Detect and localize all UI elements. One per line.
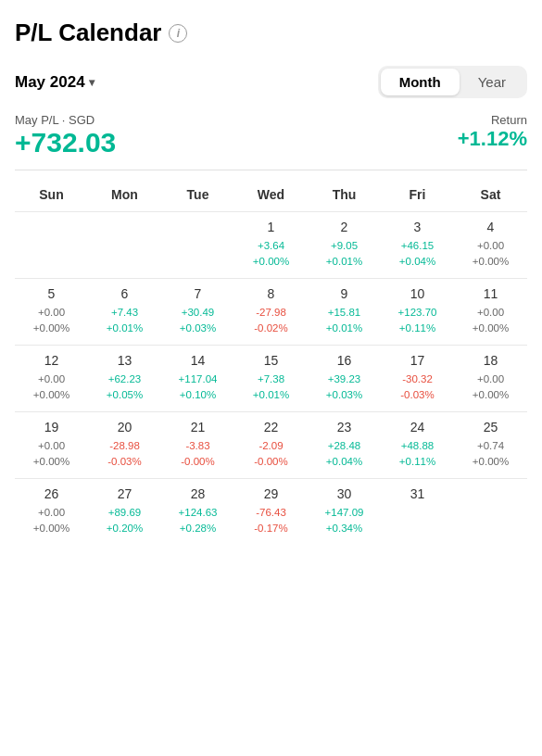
pl-value: +46.15+0.04%	[399, 238, 435, 271]
day-number: 5	[48, 286, 56, 301]
pl-value: +89.69+0.20%	[107, 505, 143, 537]
calendar-cell[interactable]: 29-76.43-0.17%	[234, 478, 308, 545]
summary-right: Return +1.12%	[458, 113, 527, 151]
day-number: 2	[341, 220, 348, 234]
view-toggle: Month Year	[378, 66, 527, 98]
pl-value: +7.43+0.01%	[107, 305, 143, 337]
calendar: SunMonTueWedThuFriSat 1+3.64+0.00%2+9.05…	[15, 182, 527, 545]
day-number: 13	[118, 353, 132, 368]
controls-bar: May 2024 ▾ Month Year	[15, 66, 527, 98]
calendar-cell[interactable]: 22-2.09-0.00%	[234, 411, 308, 478]
month-view-button[interactable]: Month	[381, 69, 460, 95]
dropdown-arrow-icon: ▾	[89, 76, 95, 89]
calendar-cell[interactable]: 25+0.74+0.00%	[454, 411, 527, 478]
period-label: May P/L · SGD	[15, 113, 116, 127]
month-selector[interactable]: May 2024 ▾	[15, 73, 95, 92]
calendar-cell[interactable]: 19+0.00+0.00%	[15, 411, 88, 478]
calendar-cell[interactable]: 13+62.23+0.05%	[88, 345, 161, 411]
calendar-cell[interactable]: 26+0.00+0.00%	[15, 478, 88, 545]
info-icon[interactable]: i	[169, 24, 187, 43]
pl-value: +7.38+0.01%	[253, 372, 289, 404]
pl-value: +39.23+0.03%	[326, 372, 362, 404]
pl-value: +0.00+0.00%	[473, 238, 509, 271]
calendar-cell[interactable]: 20-28.98-0.03%	[88, 411, 161, 478]
calendar-cell[interactable]: 24+48.88+0.11%	[381, 411, 454, 478]
day-number: 23	[337, 420, 352, 435]
calendar-header: SunMonTueWedThuFriSat	[15, 182, 527, 208]
day-number: 1	[268, 220, 275, 234]
calendar-cell[interactable]: 31	[381, 478, 454, 545]
calendar-cell[interactable]: 9+15.81+0.01%	[308, 278, 381, 345]
page-header: P/L Calendar i	[15, 19, 527, 47]
day-number: 26	[44, 486, 59, 501]
calendar-cell[interactable]: 27+89.69+0.20%	[88, 478, 161, 545]
calendar-cell[interactable]: 23+28.48+0.04%	[308, 411, 381, 478]
day-number: 12	[44, 353, 59, 368]
calendar-cell[interactable]: 5+0.00+0.00%	[15, 278, 88, 345]
day-number: 4	[487, 220, 495, 234]
calendar-cell[interactable]: 8-27.98-0.02%	[234, 278, 308, 345]
day-number: 10	[410, 286, 425, 301]
pl-value: +0.00+0.00%	[473, 305, 509, 337]
day-number: 21	[191, 420, 206, 435]
calendar-header-cell: Sun	[15, 182, 88, 208]
calendar-header-cell: Tue	[161, 182, 234, 208]
pl-value: +28.48+0.04%	[326, 438, 362, 471]
calendar-cell[interactable]: 14+117.04+0.10%	[161, 345, 234, 411]
pl-value: +117.04+0.10%	[179, 372, 218, 404]
calendar-cell[interactable]: 1+3.64+0.00%	[234, 211, 308, 278]
day-number: 30	[337, 486, 352, 501]
calendar-header-cell: Fri	[381, 182, 454, 208]
calendar-header-cell: Mon	[88, 182, 161, 208]
pl-value: +9.05+0.01%	[326, 238, 362, 271]
day-number: 18	[484, 353, 498, 368]
calendar-cell[interactable]: 28+124.63+0.28%	[161, 478, 234, 545]
day-number: 14	[191, 353, 206, 368]
day-number: 31	[410, 486, 425, 501]
day-number: 19	[44, 420, 59, 435]
pl-value: +0.00+0.00%	[33, 505, 69, 537]
day-number: 9	[341, 286, 348, 301]
pl-value: -76.43-0.17%	[254, 505, 287, 537]
pl-value: +0.00+0.00%	[33, 305, 69, 337]
day-number: 22	[264, 420, 279, 435]
calendar-cell[interactable]: 10+123.70+0.11%	[381, 278, 454, 345]
pl-value: +48.88+0.11%	[399, 438, 435, 471]
period-value: +732.03	[15, 127, 116, 158]
return-value: +1.12%	[458, 127, 527, 151]
day-number: 17	[410, 353, 425, 368]
calendar-cell[interactable]: 30+147.09+0.34%	[308, 478, 381, 545]
day-number: 27	[118, 486, 132, 501]
calendar-cell[interactable]: 21-3.83-0.00%	[161, 411, 234, 478]
pl-value: +30.49+0.03%	[180, 305, 216, 337]
page-title: P/L Calendar	[15, 19, 161, 47]
calendar-cell[interactable]: 4+0.00+0.00%	[454, 211, 527, 278]
pl-value: -30.32-0.03%	[400, 372, 434, 404]
calendar-cell[interactable]: 18+0.00+0.00%	[454, 345, 527, 411]
calendar-cell[interactable]: 3+46.15+0.04%	[381, 211, 454, 278]
pl-value: +147.09+0.34%	[325, 505, 364, 537]
pl-value: -28.98-0.03%	[107, 438, 141, 471]
calendar-header-cell: Thu	[308, 182, 381, 208]
calendar-cell[interactable]: 2+9.05+0.01%	[308, 211, 381, 278]
day-number: 25	[484, 420, 498, 435]
calendar-cell[interactable]: 17-30.32-0.03%	[381, 345, 454, 411]
calendar-cell[interactable]: 15+7.38+0.01%	[234, 345, 308, 411]
pl-value: +3.64+0.00%	[253, 238, 289, 271]
pl-value: -3.83-0.00%	[181, 438, 214, 471]
day-number: 20	[118, 420, 132, 435]
year-view-button[interactable]: Year	[460, 69, 524, 95]
day-number: 7	[195, 286, 202, 301]
day-number: 16	[337, 353, 352, 368]
day-number: 3	[414, 220, 422, 234]
calendar-cell[interactable]: 12+0.00+0.00%	[15, 345, 88, 411]
calendar-cell[interactable]: 16+39.23+0.03%	[308, 345, 381, 411]
calendar-cell[interactable]: 6+7.43+0.01%	[88, 278, 161, 345]
day-number: 29	[264, 486, 279, 501]
day-number: 24	[410, 420, 425, 435]
pl-value: -27.98-0.02%	[254, 305, 287, 337]
calendar-cell[interactable]: 7+30.49+0.03%	[161, 278, 234, 345]
calendar-cell	[454, 478, 527, 545]
calendar-cell[interactable]: 11+0.00+0.00%	[454, 278, 527, 345]
pl-value: +0.74+0.00%	[473, 438, 509, 471]
